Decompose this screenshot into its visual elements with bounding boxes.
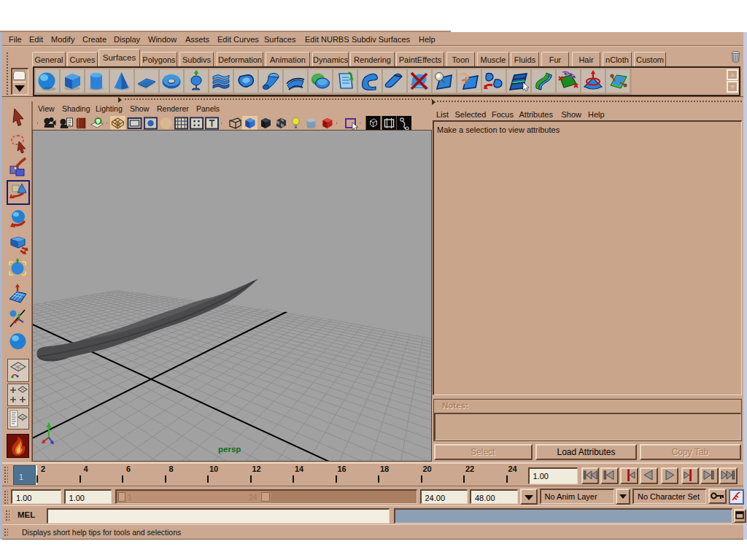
svg-text:persp: persp <box>218 445 241 454</box>
